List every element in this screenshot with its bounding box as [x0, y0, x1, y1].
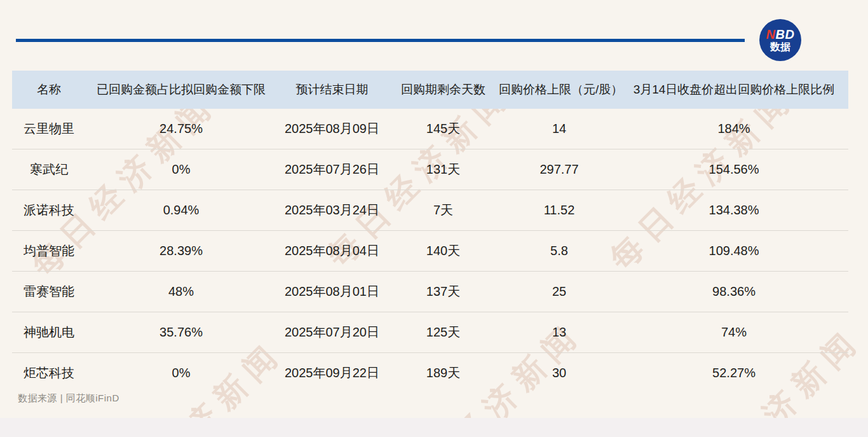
- buyback-table: 名称 已回购金额占比拟回购金额下限 预计结束日期 回购期剩余天数 回购价格上限（…: [12, 71, 848, 393]
- table-cell: 2025年08月09日: [276, 109, 388, 149]
- table-cell: 134.38%: [620, 190, 848, 231]
- table-cell: 25: [499, 272, 620, 312]
- table-cell: 云里物里: [12, 109, 86, 149]
- data-source-note: 数据来源 | 同花顺iFinD: [18, 392, 119, 405]
- table-row: 云里物里24.75%2025年08月09日145天14184%: [12, 109, 848, 149]
- brand-rule: [16, 39, 745, 42]
- table-cell: 14: [499, 109, 620, 149]
- table-row: 神驰机电35.76%2025年07月20日125天1374%: [12, 312, 848, 353]
- table-cell: 均普智能: [12, 231, 86, 272]
- table-cell: 35.76%: [86, 312, 276, 353]
- table-cell: 0.94%: [86, 190, 276, 231]
- table-row: 均普智能28.39%2025年08月04日140天5.8109.48%: [12, 231, 848, 272]
- table-cell: 2025年08月01日: [276, 272, 388, 312]
- nbd-logo-letters-bd: BD: [776, 27, 795, 41]
- table-cell: 0%: [86, 353, 276, 394]
- table-cell: 98.36%: [620, 272, 848, 312]
- nbd-logo-text: NBD: [766, 28, 795, 41]
- table-cell: 寒武纪: [12, 149, 86, 190]
- table-cell: 140天: [388, 231, 499, 272]
- table-cell: 154.56%: [620, 149, 848, 190]
- table-cell: 2025年07月20日: [276, 312, 388, 353]
- table-cell: 7天: [388, 190, 499, 231]
- table-cell: 神驰机电: [12, 312, 86, 353]
- table-cell: 雷赛智能: [12, 272, 86, 312]
- table-row: 寒武纪0%2025年07月26日131天297.77154.56%: [12, 149, 848, 190]
- table-row: 雷赛智能48%2025年08月01日137天2598.36%: [12, 272, 848, 312]
- table-cell: 125天: [388, 312, 499, 353]
- table-cell: 137天: [388, 272, 499, 312]
- col-header-days-remaining: 回购期剩余天数: [388, 71, 499, 109]
- table-body: 云里物里24.75%2025年08月09日145天14184%寒武纪0%2025…: [12, 109, 848, 393]
- table-cell: 189天: [388, 353, 499, 394]
- nbd-logo-letter-n: N: [766, 27, 776, 41]
- table-cell: 0%: [86, 149, 276, 190]
- table-cell: 炬芯科技: [12, 353, 86, 394]
- col-header-repurchased-ratio: 已回购金额占比拟回购金额下限: [86, 71, 276, 109]
- table-cell: 24.75%: [86, 109, 276, 149]
- table-cell: 48%: [86, 272, 276, 312]
- table-cell: 109.48%: [620, 231, 848, 272]
- table-cell: 2025年08月04日: [276, 231, 388, 272]
- table-cell: 52.27%: [620, 353, 848, 394]
- table-cell: 2025年07月26日: [276, 149, 388, 190]
- table-row: 炬芯科技0%2025年09月22日189天3052.27%: [12, 353, 848, 394]
- table-cell: 5.8: [499, 231, 620, 272]
- table-cell: 派诺科技: [12, 190, 86, 231]
- col-header-end-date: 预计结束日期: [276, 71, 388, 109]
- bottom-strip: [0, 418, 868, 437]
- nbd-logo-subtext: 数据: [770, 41, 790, 53]
- col-header-price-cap: 回购价格上限（元/股）: [499, 71, 620, 109]
- table-cell: 131天: [388, 149, 499, 190]
- table-cell: 30: [499, 353, 620, 394]
- table-cell: 297.77: [499, 149, 620, 190]
- table-cell: 28.39%: [86, 231, 276, 272]
- buyback-table-container: 名称 已回购金额占比拟回购金额下限 预计结束日期 回购期剩余天数 回购价格上限（…: [12, 71, 848, 393]
- table-cell: 11.52: [499, 190, 620, 231]
- table-row: 派诺科技0.94%2025年03月24日7天11.52134.38%: [12, 190, 848, 231]
- table-cell: 74%: [620, 312, 848, 353]
- col-header-close-exceed-ratio: 3月14日收盘价超出回购价格上限比例: [620, 71, 848, 109]
- table-cell: 2025年09月22日: [276, 353, 388, 394]
- table-cell: 13: [499, 312, 620, 353]
- col-header-name: 名称: [12, 71, 86, 109]
- table-cell: 145天: [388, 109, 499, 149]
- table-cell: 2025年03月24日: [276, 190, 388, 231]
- nbd-logo: NBD 数据: [759, 19, 801, 61]
- table-cell: 184%: [620, 109, 848, 149]
- table-header-row: 名称 已回购金额占比拟回购金额下限 预计结束日期 回购期剩余天数 回购价格上限（…: [12, 71, 848, 109]
